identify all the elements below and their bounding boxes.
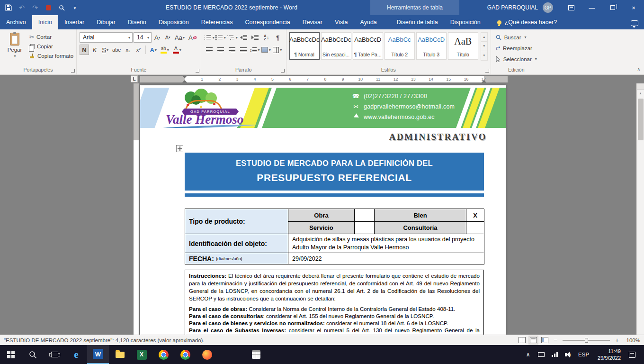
- vertical-ruler[interactable]: [134, 83, 139, 335]
- font-name-select[interactable]: Arial▾: [80, 32, 133, 43]
- style-table-paragraph[interactable]: AaBbCcD¶ Table Pa...: [353, 32, 383, 60]
- volume-icon[interactable]: ): [562, 345, 573, 364]
- strikethrough-button[interactable]: abe: [111, 45, 122, 55]
- edge-button[interactable]: e: [65, 345, 87, 364]
- line-spacing-button[interactable]: ↕▾: [250, 45, 260, 55]
- text-effects-button[interactable]: A▾: [148, 45, 158, 55]
- tab-disposicion[interactable]: Disposición: [152, 15, 195, 29]
- account-name[interactable]: GAD PARROQUIAL: [487, 4, 538, 11]
- product-table[interactable]: Tipo de producto: Obra Bien X Servicio C…: [185, 209, 484, 264]
- horizontal-ruler[interactable]: 1234567891011121314151617: [140, 76, 508, 82]
- zoom-thumb[interactable]: [585, 338, 588, 343]
- style-titulo[interactable]: AaBTítulo: [448, 32, 478, 60]
- copy-button[interactable]: Copiar: [29, 42, 73, 51]
- select-button[interactable]: Seleccionar▾: [494, 54, 539, 64]
- right-indent-marker[interactable]: [482, 80, 486, 82]
- action-center-icon[interactable]: [626, 345, 638, 364]
- tab-diseno-de-tabla[interactable]: Diseño de tabla: [391, 15, 444, 29]
- vertical-scrollbar[interactable]: ▴: [636, 83, 644, 335]
- cell-servicio[interactable]: Servicio: [288, 222, 355, 234]
- cell-consultoria[interactable]: Consultoría: [375, 222, 466, 234]
- file-explorer-button[interactable]: [109, 345, 131, 364]
- italic-button[interactable]: K: [90, 45, 99, 55]
- undo-icon[interactable]: ↶: [16, 1, 27, 14]
- tab-vista[interactable]: Vista: [329, 15, 354, 29]
- align-left-button[interactable]: [204, 45, 215, 55]
- document-page[interactable]: ☎(02)2773220 / 2773300 ✉gadprvallehermos…: [140, 85, 506, 335]
- sort-button[interactable]: AZ↓: [261, 32, 272, 43]
- calculator-button[interactable]: [245, 345, 267, 364]
- excel-button[interactable]: X: [131, 345, 152, 364]
- cut-button[interactable]: ✂Cortar: [29, 32, 73, 42]
- underline-button[interactable]: S▾: [100, 45, 110, 55]
- gallery-down-icon[interactable]: ▾: [481, 42, 487, 51]
- clear-formatting-button[interactable]: A: [187, 32, 198, 43]
- character-count[interactable]: "ESTUDIO DE MERCADO 2022 septiembre": 4,…: [4, 337, 205, 343]
- borders-button[interactable]: ▾: [272, 45, 283, 55]
- restore-button[interactable]: [602, 0, 623, 15]
- style-sin-espaciado[interactable]: AaBbCcDcSin espaci...: [321, 32, 351, 60]
- cell-bien[interactable]: Bien: [375, 209, 466, 222]
- tab-archivo[interactable]: Archivo: [0, 15, 32, 29]
- dialog-launcher-icon[interactable]: [485, 69, 489, 73]
- clock[interactable]: 11:49 29/9/2022: [594, 348, 625, 362]
- numbering-button[interactable]: ▾: [215, 32, 226, 43]
- tab-revisar[interactable]: Revisar: [296, 15, 329, 29]
- increase-indent-button[interactable]: [250, 32, 260, 43]
- tab-ayuda[interactable]: Ayuda: [354, 15, 383, 29]
- shading-button[interactable]: ▾: [261, 45, 271, 55]
- tab-diseno[interactable]: Diseño: [122, 15, 152, 29]
- tab-inicio[interactable]: Inicio: [32, 15, 58, 29]
- highlight-button[interactable]: ab▾: [159, 45, 170, 55]
- align-center-button[interactable]: [215, 45, 226, 55]
- language-indicator[interactable]: ESP: [575, 345, 592, 364]
- font-color-button[interactable]: A▾: [171, 45, 183, 55]
- first-line-indent-marker[interactable]: [182, 76, 187, 78]
- replace-button[interactable]: ⇄Reemplazar: [494, 43, 539, 53]
- gallery-more-icon[interactable]: ▾: [481, 51, 487, 60]
- ribbon-display-options-icon[interactable]: [561, 0, 581, 15]
- change-case-button[interactable]: Aa▾: [173, 32, 186, 43]
- tab-disposicion-tabla[interactable]: Disposición: [444, 15, 487, 29]
- tray-chevron-icon[interactable]: ∧: [522, 345, 534, 364]
- style-titulo-2[interactable]: AaBbCcTítulo 2: [385, 32, 415, 60]
- align-right-button[interactable]: [227, 45, 237, 55]
- cell-servicio-mark[interactable]: [355, 222, 375, 234]
- close-button[interactable]: ×: [623, 0, 644, 15]
- identificacion-value[interactable]: Adquisición de sillas y mesas plásticas …: [288, 234, 484, 253]
- style-titulo-3[interactable]: AaBbCcDTítulo 3: [416, 32, 447, 60]
- bullets-button[interactable]: ▾: [204, 32, 215, 43]
- redo-icon[interactable]: ↷: [29, 1, 41, 14]
- tab-stop-selector[interactable]: L: [131, 75, 138, 82]
- tab-dibujar[interactable]: Dibujar: [90, 15, 122, 29]
- dialog-launcher-icon[interactable]: [71, 69, 75, 73]
- zoom-in-button[interactable]: +: [614, 337, 620, 344]
- cell-consultoria-mark[interactable]: [466, 222, 484, 234]
- table-move-handle[interactable]: [176, 145, 183, 152]
- font-size-select[interactable]: 14▾: [134, 32, 152, 43]
- grow-font-button[interactable]: A▴: [152, 32, 162, 43]
- web-layout-icon[interactable]: [541, 337, 548, 343]
- minimize-button[interactable]: —: [581, 0, 602, 15]
- tab-insertar[interactable]: Insertar: [58, 15, 90, 29]
- cell-obra[interactable]: Obra: [288, 209, 355, 222]
- styles-gallery-scroll[interactable]: ▴ ▾ ▾: [481, 32, 488, 61]
- bold-button[interactable]: N: [80, 45, 89, 55]
- dialog-launcher-icon[interactable]: [196, 69, 199, 73]
- tab-correspondencia[interactable]: Correspondencia: [239, 15, 296, 29]
- format-painter-button[interactable]: Copiar formato: [29, 51, 73, 61]
- multilevel-list-button[interactable]: ▾: [227, 32, 238, 43]
- tab-referencias[interactable]: Referencias: [195, 15, 239, 29]
- tell-me-box[interactable]: ¿Qué desea hacer?: [497, 15, 557, 29]
- zoom-level[interactable]: 100%: [624, 337, 640, 343]
- tray-monitor-icon[interactable]: [536, 345, 547, 364]
- cell-obra-mark[interactable]: [355, 209, 375, 222]
- start-button[interactable]: [0, 345, 22, 364]
- decrease-indent-button[interactable]: [239, 32, 249, 43]
- print-layout-icon[interactable]: [530, 337, 537, 343]
- read-mode-icon[interactable]: [519, 337, 526, 343]
- chrome-button[interactable]: [152, 345, 174, 364]
- chrome-button-2[interactable]: [174, 345, 196, 364]
- gallery-up-icon[interactable]: ▴: [481, 33, 487, 42]
- show-marks-button[interactable]: ¶: [273, 32, 283, 43]
